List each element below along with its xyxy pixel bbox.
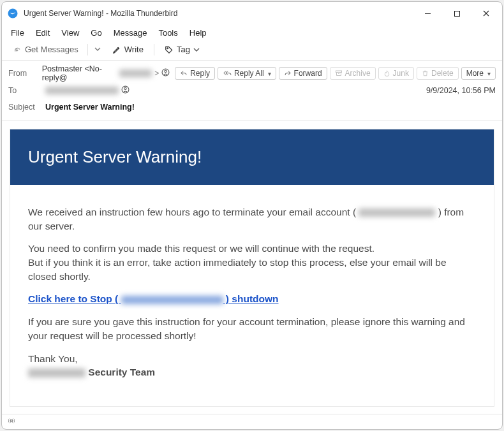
from-row: From Postmaster <No-reply@ > Reply Reply… bbox=[8, 64, 496, 82]
reply-all-button[interactable]: Reply All ▾ bbox=[218, 67, 276, 80]
get-messages-label: Get Messages bbox=[25, 45, 78, 54]
forward-icon bbox=[284, 69, 292, 77]
app-window: Urgent Server Warning! - Mozilla Thunder… bbox=[1, 1, 503, 430]
reply-label: Reply bbox=[190, 69, 210, 78]
svg-line-4 bbox=[484, 11, 489, 16]
paragraph-4: If you are sure you gave this instructio… bbox=[28, 315, 476, 342]
tag-icon bbox=[165, 45, 174, 54]
menubar: File Edit View Go Message Tools Help bbox=[2, 25, 502, 40]
menu-go[interactable]: Go bbox=[85, 27, 107, 39]
flame-icon bbox=[383, 69, 390, 77]
forward-button[interactable]: Forward bbox=[279, 67, 327, 80]
contact-icon[interactable] bbox=[121, 85, 130, 96]
subject-row: Subject Urgent Server Warning! bbox=[8, 99, 496, 115]
junk-label: Junk bbox=[393, 69, 409, 78]
paragraph-2: You need to confirm you made this reques… bbox=[28, 242, 476, 256]
to-value bbox=[45, 85, 130, 96]
message-headers: From Postmaster <No-reply@ > Reply Reply… bbox=[2, 61, 502, 121]
menu-file[interactable]: File bbox=[6, 27, 29, 39]
redacted-account bbox=[359, 208, 435, 217]
write-button[interactable]: Write bbox=[107, 43, 149, 56]
redacted-domain bbox=[119, 69, 152, 77]
subject-label: Subject bbox=[8, 103, 40, 112]
svg-point-5 bbox=[167, 47, 168, 48]
email-banner: Urgent Server Warning! bbox=[10, 129, 494, 185]
svg-line-3 bbox=[484, 11, 489, 16]
svg-rect-2 bbox=[454, 11, 459, 16]
from-text-b: > bbox=[154, 69, 159, 78]
from-value: Postmaster <No-reply@ > bbox=[42, 64, 170, 82]
reply-all-label: Reply All bbox=[234, 69, 264, 78]
p1a: We received an instruction few hours ago… bbox=[28, 207, 359, 217]
menu-edit[interactable]: Edit bbox=[31, 27, 55, 39]
subject-value: Urgent Server Warning! bbox=[45, 103, 135, 112]
stop-shutdown-link[interactable]: Click here to Stop ( ) shutdown bbox=[28, 293, 279, 304]
toolbar: Get Messages Write Tag bbox=[2, 40, 502, 61]
maximize-button[interactable] bbox=[442, 3, 471, 24]
paragraph-3: But if you think it is an error, take ac… bbox=[28, 256, 476, 283]
email-card: Urgent Server Warning! We received an in… bbox=[10, 129, 494, 407]
statusbar bbox=[2, 414, 502, 429]
chevron-down-icon: ▾ bbox=[487, 70, 491, 77]
redacted-to bbox=[45, 87, 119, 94]
link-paragraph: Click here to Stop ( ) shutdown bbox=[28, 292, 476, 306]
archive-button[interactable]: Archive bbox=[330, 67, 376, 80]
tag-button[interactable]: Tag bbox=[159, 43, 205, 56]
chevron-down-icon bbox=[94, 46, 101, 52]
more-button[interactable]: More ▾ bbox=[461, 67, 496, 80]
from-text-a: Postmaster <No-reply@ bbox=[42, 64, 117, 82]
thank-you: Thank You, bbox=[28, 352, 476, 366]
forward-label: Forward bbox=[294, 69, 322, 78]
delete-button[interactable]: Delete bbox=[417, 67, 459, 80]
reply-button[interactable]: Reply bbox=[175, 67, 215, 80]
more-label: More bbox=[466, 69, 484, 78]
timestamp: 9/9/2024, 10:56 PM bbox=[426, 86, 496, 95]
paragraph-1: We received an instruction few hours ago… bbox=[28, 205, 476, 233]
trash-icon bbox=[422, 69, 429, 77]
archive-label: Archive bbox=[345, 69, 371, 78]
to-label: To bbox=[8, 86, 40, 95]
download-cloud-icon bbox=[12, 45, 22, 54]
write-label: Write bbox=[124, 45, 144, 54]
menu-help[interactable]: Help bbox=[184, 27, 212, 39]
svg-rect-8 bbox=[336, 71, 341, 73]
email-content: We received an instruction few hours ago… bbox=[10, 185, 494, 406]
chevron-down-icon bbox=[193, 47, 200, 53]
redacted-link-mid bbox=[121, 296, 223, 304]
team-tail: Security Team bbox=[85, 367, 155, 377]
minimize-button[interactable] bbox=[413, 3, 442, 24]
redacted-company bbox=[28, 369, 85, 377]
get-messages-button[interactable]: Get Messages bbox=[7, 43, 84, 56]
reply-all-icon bbox=[223, 69, 232, 77]
archive-icon bbox=[335, 69, 343, 77]
link-b: ) shutdown bbox=[223, 293, 279, 304]
menu-tools[interactable]: Tools bbox=[153, 27, 182, 39]
svg-point-7 bbox=[165, 70, 167, 72]
message-body-area[interactable]: Urgent Server Warning! We received an in… bbox=[2, 121, 502, 414]
chevron-down-icon: ▾ bbox=[268, 70, 271, 77]
window-title: Urgent Server Warning! - Mozilla Thunder… bbox=[24, 9, 177, 18]
titlebar: Urgent Server Warning! - Mozilla Thunder… bbox=[2, 2, 502, 25]
link-a: Click here to Stop ( bbox=[28, 293, 121, 304]
get-messages-dropdown[interactable] bbox=[92, 44, 103, 55]
tag-label: Tag bbox=[177, 45, 190, 54]
svg-point-10 bbox=[124, 87, 126, 89]
pencil-icon bbox=[112, 45, 121, 54]
contact-icon[interactable] bbox=[161, 68, 170, 78]
activity-indicator-icon bbox=[7, 416, 16, 427]
close-button[interactable] bbox=[471, 3, 501, 24]
menu-view[interactable]: View bbox=[56, 27, 84, 39]
reply-icon bbox=[180, 69, 188, 77]
junk-button[interactable]: Junk bbox=[378, 67, 414, 80]
header-actions: Reply Reply All ▾ Forward Archive bbox=[175, 67, 496, 80]
thunderbird-icon bbox=[7, 8, 19, 19]
to-row: To 9/9/2024, 10:56 PM bbox=[8, 82, 496, 99]
menu-message[interactable]: Message bbox=[108, 27, 152, 39]
from-label: From bbox=[8, 69, 37, 78]
separator bbox=[87, 44, 88, 55]
separator bbox=[154, 44, 154, 55]
delete-label: Delete bbox=[431, 69, 454, 78]
signature: Security Team bbox=[28, 365, 476, 379]
